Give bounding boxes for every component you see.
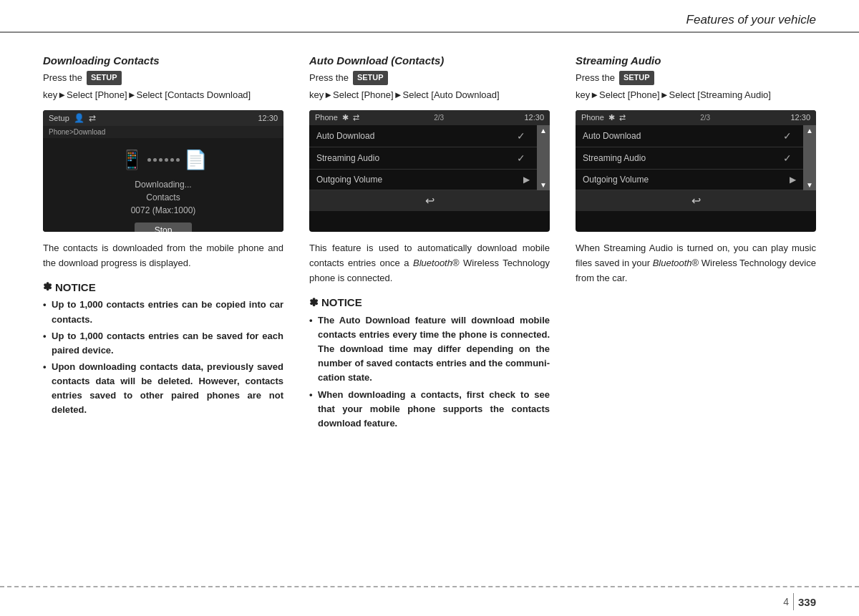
notice-title-1: ✽ NOTICE xyxy=(43,280,283,293)
back-arrow-3[interactable]: ↩ xyxy=(691,194,701,207)
setup-badge-2: SETUP xyxy=(353,71,388,85)
section-title-2: Auto Download (Contacts) xyxy=(309,54,550,67)
menu-item-2-2[interactable]: Outgoing Volume ▶ xyxy=(309,170,537,190)
screen-time-1: 12:30 xyxy=(258,114,278,122)
press-suffix-2: key►Select [Phone]►Select [Auto Download… xyxy=(309,88,500,103)
press-line-2: Press the SETUP key►Select [Phone]►Selec… xyxy=(309,71,550,103)
press-suffix-3: key►Select [Phone]►Select [Streaming Aud… xyxy=(576,88,771,103)
section-title-1: Downloading Contacts xyxy=(43,54,283,67)
screen-time-2: 12:30 xyxy=(524,113,544,122)
menu-item-3-2[interactable]: Outgoing Volume ▶ xyxy=(576,170,803,190)
notice-item-1-1: Up to 1,000 contacts entries can be save… xyxy=(43,329,283,358)
bluetooth-brand-3: Bluetooth xyxy=(653,258,692,268)
notice-item-2-1: When downloading a contacts, first check… xyxy=(309,388,550,431)
check-icon-3-1: ✓ xyxy=(783,152,792,164)
dots-row xyxy=(147,158,180,162)
screen-header-3: Phone ✱ ⇄ 2/3 12:30 xyxy=(576,110,816,125)
page-footer: 4 339 xyxy=(0,586,859,616)
press-prefix-2: Press the xyxy=(309,71,349,86)
press-prefix-3: Press the xyxy=(576,71,615,86)
download-icons-row: 📱 📄 xyxy=(120,149,207,171)
screen-icon-arr2: ⇄ xyxy=(353,113,359,122)
notice-list-1: Up to 1,000 contacts entries can be copi… xyxy=(43,298,283,417)
desc-text-1: The contacts is downloaded from the mobi… xyxy=(43,240,283,271)
doc-icon: 📄 xyxy=(184,149,207,171)
content-area: Downloading Contacts Press the SETUP key… xyxy=(0,33,859,433)
press-line-3: Press the SETUP key►Select [Phone]►Selec… xyxy=(576,71,816,103)
dot-5 xyxy=(170,158,174,162)
screen-header-2: Phone ✱ ⇄ 2/3 12:30 xyxy=(309,110,550,125)
notice-label-2: NOTICE xyxy=(321,296,362,308)
col-auto-download: Auto Download (Contacts) Press the SETUP… xyxy=(296,54,563,433)
bluetooth-brand-2: Bluetooth xyxy=(413,258,452,268)
screen-mockup-2: Phone ✱ ⇄ 2/3 12:30 Auto Download ✓ Stre… xyxy=(309,110,550,232)
notice-star-1: ✽ xyxy=(43,280,52,293)
notice-item-2-0: The Auto Download feature will download … xyxy=(309,313,550,386)
scroll-down-3[interactable]: ▼ xyxy=(805,181,815,189)
setup-badge-1: SETUP xyxy=(87,71,122,85)
back-arrow-2[interactable]: ↩ xyxy=(425,194,435,207)
arrow-icon-2-2: ▶ xyxy=(523,175,530,185)
dot-1 xyxy=(147,158,151,162)
check-icon-2-1: ✓ xyxy=(517,152,525,164)
notice-star-2: ✽ xyxy=(309,296,319,309)
notice-section-2: ✽ NOTICE The Auto Download feature will … xyxy=(309,296,550,431)
notice-item-1-0: Up to 1,000 contacts entries can be copi… xyxy=(43,298,283,326)
notice-title-2: ✽ NOTICE xyxy=(309,296,550,309)
dot-6 xyxy=(176,158,180,162)
screen-mockup-3: Phone ✱ ⇄ 2/3 12:30 Auto Download ✓ Stre… xyxy=(576,110,816,232)
download-screen: 📱 📄 Downloading... Contacts 0072 (Max:10 xyxy=(43,138,283,232)
menu-footer-2: ↩ xyxy=(309,190,550,211)
screen-icon-bt2: ✱ xyxy=(342,113,349,122)
notice-list-2: The Auto Download feature will download … xyxy=(309,313,550,431)
screen-page-3: 2/3 xyxy=(700,114,710,122)
screen-title-1: Setup xyxy=(49,114,69,122)
dot-3 xyxy=(159,158,162,162)
screen-time-3: 12:30 xyxy=(790,113,810,122)
press-prefix-1: Press the xyxy=(43,71,82,86)
screen-page-2: 2/3 xyxy=(434,114,444,122)
menu-items-list-2: Auto Download ✓ Streaming Audio ✓ Outgoi… xyxy=(309,125,537,190)
scroll-up-3[interactable]: ▲ xyxy=(805,127,815,135)
notice-section-1: ✽ NOTICE Up to 1,000 contacts entries ca… xyxy=(43,280,283,417)
check-icon-2-0: ✓ xyxy=(517,130,525,142)
download-text: Downloading... Contacts 0072 (Max:1000) xyxy=(131,178,196,217)
screen-path-1: Phone>Download xyxy=(43,126,283,138)
page-title: Features of your vehicle xyxy=(686,13,816,27)
screen-icon-bt: ⇄ xyxy=(89,113,96,123)
scroll-bar-2[interactable]: ▲ ▼ xyxy=(537,125,550,190)
screen-header-1: Setup 👤 ⇄ 12:30 xyxy=(43,110,283,126)
page-header: Features of your vehicle xyxy=(0,0,859,33)
footer-page: 4 339 xyxy=(783,593,816,610)
arrow-icon-3-2: ▶ xyxy=(790,175,796,185)
press-suffix-1: key►Select [Phone]►Select [Contacts Down… xyxy=(43,88,251,103)
desc-text-3: When Streaming Audio is turned on, you c… xyxy=(576,240,816,286)
notice-item-1-2: Upon downloading contacts data, previous… xyxy=(43,360,283,418)
menu-item-3-1[interactable]: Streaming Audio ✓ xyxy=(576,147,803,170)
press-line-1: Press the SETUP key►Select [Phone]►Selec… xyxy=(43,71,283,103)
dot-2 xyxy=(153,158,157,162)
footer-page-sub: 339 xyxy=(798,596,816,608)
menu-item-2-0[interactable]: Auto Download ✓ xyxy=(309,125,537,147)
menu-item-2-1[interactable]: Streaming Audio ✓ xyxy=(309,147,537,170)
stop-button[interactable]: Stop xyxy=(135,223,193,232)
scroll-up-2[interactable]: ▲ xyxy=(538,127,548,135)
menu-row-3: Auto Download ✓ Streaming Audio ✓ Outgoi… xyxy=(576,125,816,190)
menu-footer-3: ↩ xyxy=(576,190,816,211)
footer-divider xyxy=(793,593,794,610)
check-icon-3-0: ✓ xyxy=(783,130,792,142)
screen-icon-phone: 👤 xyxy=(74,113,84,123)
screen-title-3: Phone xyxy=(581,113,604,122)
screen-mockup-1: Setup 👤 ⇄ 12:30 Phone>Download 📱 xyxy=(43,110,283,232)
screen-title-2: Phone xyxy=(315,113,338,122)
col-downloading-contacts: Downloading Contacts Press the SETUP key… xyxy=(43,54,296,433)
desc-text-2: This feature is used to automatically do… xyxy=(309,240,550,286)
screen-icon-arr3: ⇄ xyxy=(619,113,626,122)
notice-label-1: NOTICE xyxy=(55,281,96,293)
screen-icon-bt3: ✱ xyxy=(608,113,615,122)
menu-item-3-0[interactable]: Auto Download ✓ xyxy=(576,125,803,147)
scroll-down-2[interactable]: ▼ xyxy=(538,181,548,189)
phone-icon: 📱 xyxy=(120,149,143,171)
menu-items-list-3: Auto Download ✓ Streaming Audio ✓ Outgoi… xyxy=(576,125,803,190)
scroll-bar-3[interactable]: ▲ ▼ xyxy=(803,125,816,190)
